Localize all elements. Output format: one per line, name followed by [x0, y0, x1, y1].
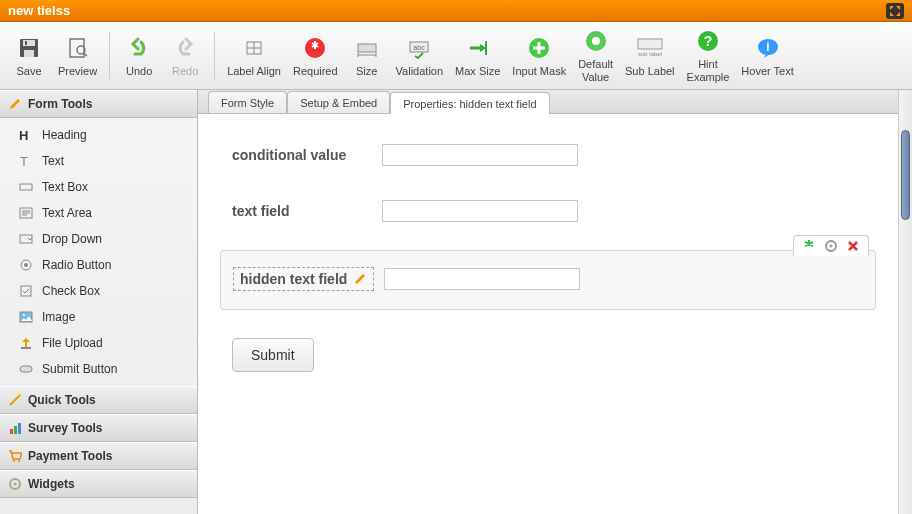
heading-icon: H	[18, 127, 34, 143]
svg-rect-11	[358, 44, 376, 52]
field-label: text field	[232, 203, 382, 219]
default-value-icon	[583, 28, 609, 54]
panel-survey-tools[interactable]: Survey Tools	[0, 414, 197, 442]
text-field-input[interactable]	[382, 200, 578, 222]
validation-button[interactable]: abc Validation	[390, 26, 450, 85]
save-button[interactable]: Save	[6, 26, 52, 85]
vertical-scrollbar[interactable]	[898, 90, 912, 514]
size-icon	[354, 35, 380, 61]
gear-icon	[8, 477, 22, 491]
validation-label: Validation	[396, 65, 444, 77]
conditional-value-input[interactable]	[382, 144, 578, 166]
svg-text:abc: abc	[414, 44, 426, 51]
input-mask-icon	[526, 35, 552, 61]
main-area: Form Style Setup & Embed Properties: hid…	[198, 90, 912, 514]
form-tools-list: HHeading TText Text Box Text Area Drop D…	[0, 118, 197, 386]
panel-widgets[interactable]: Widgets	[0, 470, 197, 498]
input-mask-button[interactable]: Input Mask	[506, 26, 572, 85]
undo-label: Undo	[126, 65, 152, 77]
svg-rect-38	[21, 347, 31, 349]
svg-rect-43	[18, 423, 21, 434]
svg-text:?: ?	[704, 33, 713, 49]
undo-button[interactable]: Undo	[116, 26, 162, 85]
sidebar-item-fileupload[interactable]: File Upload	[0, 330, 197, 356]
tab-setup-embed[interactable]: Setup & Embed	[287, 91, 390, 113]
sidebar-item-checkbox[interactable]: Check Box	[0, 278, 197, 304]
max-size-icon	[465, 35, 491, 61]
preview-button[interactable]: Preview	[52, 26, 103, 85]
max-size-label: Max Size	[455, 65, 500, 77]
validation-icon: abc	[406, 35, 432, 61]
svg-text:sub label: sub label	[638, 51, 662, 57]
sub-label-button[interactable]: sub label Sub Label	[619, 26, 681, 85]
svg-rect-27	[20, 184, 32, 190]
selected-field-label[interactable]: hidden text field	[233, 267, 374, 291]
svg-rect-39	[20, 366, 32, 372]
save-icon	[16, 35, 42, 61]
default-value-button[interactable]: Default Value	[572, 26, 619, 85]
hover-text-button[interactable]: i Hover Text	[735, 26, 799, 85]
panel-form-tools[interactable]: Form Tools	[0, 90, 197, 118]
sidebar: Form Tools HHeading TText Text Box Text …	[0, 90, 198, 514]
edit-label-icon[interactable]	[353, 272, 367, 286]
svg-point-18	[592, 37, 600, 45]
scrollbar-thumb[interactable]	[901, 130, 910, 220]
redo-icon	[172, 35, 198, 61]
cart-icon	[8, 449, 22, 463]
label-align-label: Label Align	[227, 65, 281, 77]
panel-quick-tools[interactable]: Quick Tools	[0, 386, 197, 414]
svg-rect-2	[24, 50, 34, 57]
sidebar-item-dropdown[interactable]: Drop Down	[0, 226, 197, 252]
sidebar-item-text[interactable]: TText	[0, 148, 197, 174]
radio-icon	[18, 257, 34, 273]
chart-icon	[8, 421, 22, 435]
sidebar-item-image[interactable]: Image	[0, 304, 197, 330]
expand-icon[interactable]	[886, 3, 904, 19]
submit-button[interactable]: Submit	[232, 338, 314, 372]
svg-point-45	[18, 460, 20, 462]
field-actions	[793, 235, 869, 256]
dropdown-icon	[18, 231, 34, 247]
input-mask-label: Input Mask	[512, 65, 566, 77]
sidebar-item-textbox[interactable]: Text Box	[0, 174, 197, 200]
svg-point-40	[19, 394, 22, 397]
hidden-text-field-input[interactable]	[384, 268, 580, 290]
sidebar-item-submit[interactable]: Submit Button	[0, 356, 197, 382]
redo-button[interactable]: Redo	[162, 26, 208, 85]
svg-text:H: H	[19, 128, 28, 142]
hint-example-label: Hint Example	[687, 58, 730, 82]
svg-rect-41	[10, 429, 13, 434]
sub-label-label: Sub Label	[625, 65, 675, 77]
size-button[interactable]: Size	[344, 26, 390, 85]
svg-rect-3	[25, 41, 27, 45]
field-required-icon[interactable]	[802, 239, 816, 253]
hint-example-button[interactable]: ? Hint Example	[681, 26, 736, 85]
hint-example-icon: ?	[695, 28, 721, 54]
svg-rect-19	[638, 39, 662, 49]
max-size-button[interactable]: Max Size	[449, 26, 506, 85]
svg-rect-32	[20, 235, 32, 243]
required-button[interactable]: Required	[287, 26, 344, 85]
tab-form-style[interactable]: Form Style	[208, 91, 287, 113]
selected-field[interactable]: hidden text field	[220, 250, 876, 310]
sub-label-icon: sub label	[637, 35, 663, 61]
image-icon	[18, 309, 34, 325]
sidebar-item-radio[interactable]: Radio Button	[0, 252, 197, 278]
field-settings-icon[interactable]	[824, 239, 838, 253]
label-align-button[interactable]: Label Align	[221, 26, 287, 85]
field-delete-icon[interactable]	[846, 239, 860, 253]
redo-label: Redo	[172, 65, 198, 77]
panel-payment-tools[interactable]: Payment Tools	[0, 442, 197, 470]
tab-properties[interactable]: Properties: hidden text field	[390, 92, 549, 114]
svg-point-44	[13, 460, 15, 462]
field-text-field[interactable]: text field	[232, 200, 864, 222]
sidebar-item-textarea[interactable]: Text Area	[0, 200, 197, 226]
svg-rect-35	[21, 286, 31, 296]
svg-point-49	[830, 245, 833, 248]
wand-icon	[8, 393, 22, 407]
preview-label: Preview	[58, 65, 97, 77]
size-label: Size	[356, 65, 377, 77]
required-icon	[302, 35, 328, 61]
field-conditional-value[interactable]: conditional value	[232, 144, 864, 166]
sidebar-item-heading[interactable]: HHeading	[0, 122, 197, 148]
